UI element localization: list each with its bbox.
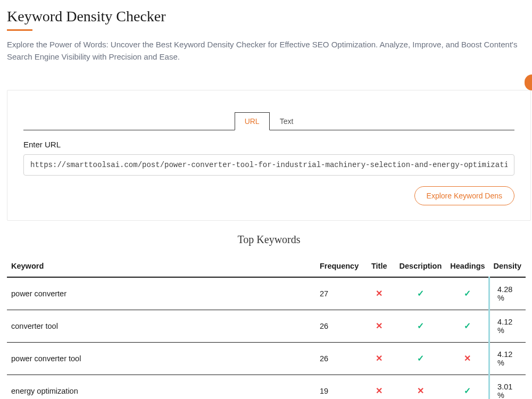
table-row: converter tool26✕✓✓4.12 % [7,310,526,342]
cell-description: ✓ [395,342,446,375]
cell-density: 4.28% [489,277,526,310]
table-row: energy optimization19✕✕✓3.01 % [7,375,526,399]
url-input[interactable] [23,154,514,176]
input-card: URL Text Enter URL Explore Keyword Dens [7,90,531,221]
cell-frequency: 26 [315,342,363,375]
check-icon: ✓ [417,353,424,363]
cell-density: 4.12 % [489,310,526,342]
cross-icon: ✕ [376,288,383,298]
input-tabs: URL Text [23,112,514,130]
cell-density: 3.01 % [489,375,526,399]
cell-frequency: 27 [315,277,363,310]
th-title: Title [363,255,395,277]
title-underline [7,29,32,31]
cell-keyword: power converter [7,277,315,310]
results-title: Top Keywords [7,234,531,246]
keywords-table: Keyword Frequency Title Description Head… [7,255,526,400]
cell-keyword: converter tool [7,310,315,342]
th-keyword: Keyword [7,255,315,277]
th-frequency: Frequency [315,255,363,277]
cross-icon: ✕ [376,321,383,331]
check-icon: ✓ [417,321,424,331]
cell-keyword: power converter tool [7,342,315,375]
url-label: Enter URL [23,140,514,149]
cell-description: ✕ [395,375,446,399]
cross-icon: ✕ [464,353,471,363]
explore-button[interactable]: Explore Keyword Dens [414,186,514,205]
cell-description: ✓ [395,310,446,342]
cell-frequency: 19 [315,375,363,399]
cross-icon: ✕ [417,386,424,396]
cell-keyword: energy optimization [7,375,315,399]
check-icon: ✓ [417,288,424,298]
th-density: Density [489,255,526,277]
side-accent-button[interactable] [525,74,532,90]
table-row: power converter27✕✓✓4.28% [7,277,526,310]
cell-headings: ✕ [446,342,489,375]
cell-title: ✕ [363,342,395,375]
cell-description: ✓ [395,277,446,310]
cell-title: ✕ [363,277,395,310]
check-icon: ✓ [464,386,471,396]
cross-icon: ✕ [376,386,383,396]
cell-title: ✕ [363,375,395,399]
cell-frequency: 26 [315,310,363,342]
cell-density: 4.12 % [489,342,526,375]
cell-headings: ✓ [446,277,489,310]
check-icon: ✓ [464,321,471,331]
th-description: Description [395,255,446,277]
cross-icon: ✕ [376,353,383,363]
cell-title: ✕ [363,310,395,342]
page-subtitle: Explore the Power of Words: Uncover the … [7,38,532,63]
page-title: Keyword Density Checker [7,8,532,25]
th-headings: Headings [446,255,489,277]
table-row: power converter tool26✕✓✕4.12 % [7,342,526,375]
cell-headings: ✓ [446,375,489,399]
tab-url[interactable]: URL [235,112,270,130]
cell-headings: ✓ [446,310,489,342]
tab-text[interactable]: Text [270,112,304,130]
check-icon: ✓ [464,288,471,298]
